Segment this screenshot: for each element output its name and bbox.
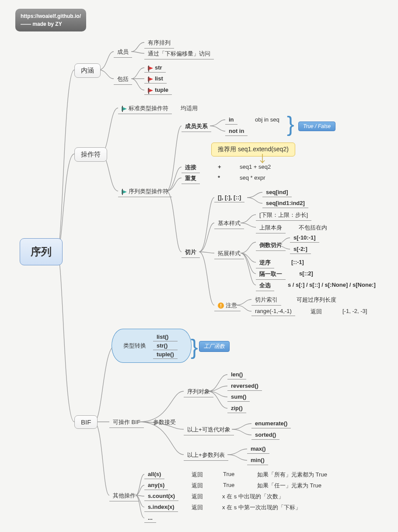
leaf: 通过「下标偏移量」访问 — [144, 49, 214, 59]
warn-icon: 注意 — [214, 300, 241, 311]
node-typeconv: 类型转换 — [120, 341, 150, 351]
leaf: 拓展样式 — [214, 248, 244, 259]
leaf: 全选 — [256, 280, 274, 291]
leaf: 隔一取一 — [256, 269, 286, 280]
flag-icon: 序列类型操作符 — [118, 186, 172, 197]
leaf: not in — [225, 126, 248, 136]
node-membership: 成员关系 — [182, 121, 211, 132]
leaf: len() — [227, 370, 246, 379]
leaf: 如果「任一」元素为 True — [254, 480, 325, 491]
table-row: any(s) — [144, 480, 168, 490]
table-row: all(s) — [144, 469, 164, 479]
leaf: [::-1] — [288, 257, 307, 267]
node-other-ops: 其他操作 — [109, 490, 139, 501]
node-includes: 包括 — [114, 74, 132, 85]
leaf: list() — [153, 333, 178, 341]
leaf: 重复 — [182, 173, 200, 184]
leaf: 返回 — [188, 491, 206, 502]
leaf: 返回 — [188, 469, 206, 480]
leaf: in — [225, 115, 237, 125]
leaf: 如果「所有」元素都为 True — [254, 469, 331, 480]
leaf: obj in seq — [251, 115, 283, 124]
leaf: 序列对象 — [184, 386, 213, 397]
credit-url: https://woaielf.github.io/ — [21, 13, 81, 19]
leaf: str() — [153, 341, 178, 350]
flag-icon: tuple — [144, 85, 172, 95]
leaf: x 在 s 中第一次出现的「下标」 — [219, 502, 304, 513]
leaf: 以上+可迭代对象 — [184, 424, 234, 435]
branch-operators: 操作符 — [74, 147, 107, 162]
leaf: True — [220, 469, 238, 479]
table-row: ... — [144, 513, 156, 523]
leaf: 上限本身 — [256, 223, 286, 233]
credit-badge: https://woaielf.github.io/—— made by ZY — [15, 9, 86, 31]
leaf: 参数接受 — [150, 417, 179, 428]
leaf: sum() — [227, 392, 250, 402]
leaf: 均适用 — [177, 103, 201, 114]
leaf: 返回 — [188, 502, 206, 513]
cloud-typeconv: 类型转换 list() str() tuple() — [112, 329, 192, 363]
leaf: tuple() — [153, 350, 178, 359]
leaf: zip() — [227, 403, 246, 413]
leaf: s / s[:] / s[::] / s[:None] / s[None:] — [284, 280, 379, 289]
tag-factory: 工厂函数 — [199, 341, 230, 352]
leaf: [下限：上限：步长] — [256, 210, 311, 221]
leaf: 返回 — [307, 306, 325, 317]
flag-icon: list — [144, 74, 167, 83]
leaf: 倒数切片 — [256, 240, 286, 251]
table-row: s.count(x) — [144, 491, 178, 501]
table-row: s.index(x) — [144, 502, 178, 512]
root-node: 序列 — [20, 238, 63, 265]
leaf: s[-10:-1] — [290, 233, 319, 243]
leaf: s[::2] — [296, 269, 317, 278]
flag-icon: 标准类型操作符 — [118, 103, 172, 114]
leaf: True — [220, 480, 238, 490]
leaf: s[-2:] — [290, 244, 311, 254]
leaf: + — [214, 162, 225, 171]
leaf: seq1 + seq2 — [236, 162, 274, 171]
leaf: 不包括在内 — [295, 223, 331, 233]
leaf: 切片索引 — [251, 295, 281, 306]
node-members: 成员 — [114, 47, 132, 58]
leaf: [], [:], [::] — [214, 193, 244, 202]
leaf: 基本样式 — [214, 218, 244, 229]
leaf: 可超过序列长度 — [293, 295, 340, 305]
node-slice: 切片 — [182, 247, 200, 258]
leaf: reversed() — [227, 381, 262, 391]
leaf: x 在 s 中出现的「次数」 — [219, 491, 287, 502]
leaf: sorted() — [251, 430, 279, 440]
leaf: 返回 — [188, 480, 206, 491]
leaf: 有序排列 — [144, 38, 174, 49]
leaf: seq * expr — [236, 173, 269, 182]
leaf: [-1, -2, -3] — [339, 306, 370, 316]
leaf: min() — [247, 456, 268, 465]
leaf: 以上+参数列表 — [184, 450, 228, 461]
leaf: seq[ind] — [262, 188, 292, 197]
tip-extend: 推荐用 seq1.extend(seq2) — [211, 143, 295, 156]
brace-icon: } — [283, 110, 298, 138]
leaf: enumerate() — [251, 419, 291, 428]
leaf: range(-1,-4,-1) — [251, 306, 295, 316]
leaf: 逆序 — [256, 257, 274, 268]
branch-bif: BIF — [74, 415, 98, 429]
node-operable-bif: 可操作 BIF — [109, 417, 144, 428]
branch-connotation: 内涵 — [74, 63, 101, 78]
tag-true-false: True / False — [298, 122, 335, 131]
leaf: 连接 — [182, 162, 200, 173]
flag-icon: str — [144, 63, 166, 73]
leaf: max() — [247, 444, 269, 454]
leaf: * — [214, 173, 223, 182]
leaf: seq[ind1:ind2] — [262, 198, 308, 208]
credit-author: —— made by ZY — [21, 21, 62, 27]
